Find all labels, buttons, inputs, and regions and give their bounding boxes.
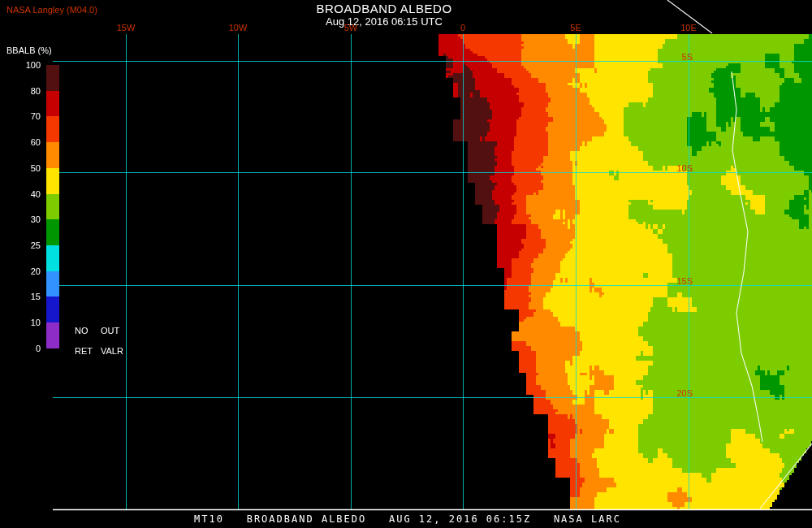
legend-title: BBALB (%) (6, 45, 52, 55)
lon-label-5E: 5E (558, 23, 594, 32)
legend-color-seg-5 (46, 194, 59, 220)
lat-label-20S: 20S (660, 388, 693, 398)
legend-color-seg-3 (46, 142, 59, 168)
map-overlay (0, 0, 812, 528)
lat-label-5S: 5S (660, 52, 693, 62)
legend-color-seg-9 (46, 296, 59, 322)
legend-color-seg-1 (46, 91, 59, 117)
legend-tick-70: 70 (0, 111, 41, 121)
flag-valr: VALR (101, 346, 123, 356)
legend-tick-50: 50 (0, 163, 41, 173)
lon-label-0: 0 (445, 23, 481, 32)
legend-tick-100: 100 (0, 60, 41, 70)
legend-tick-30: 30 (0, 214, 41, 224)
flag-out: OUT (101, 326, 123, 335)
lon-label-10W: 10W (220, 23, 256, 32)
legend-color-seg-0 (46, 65, 59, 91)
flag-col-out-valr: OUT VALR (101, 326, 123, 356)
flag-ret: RET (75, 346, 93, 356)
legend-tick-15: 15 (0, 292, 41, 301)
legend-tick-0: 0 (0, 344, 41, 353)
flag-col-no-ret: NO RET (75, 326, 93, 356)
swath-edge-line (760, 444, 812, 509)
legend-color-seg-8 (46, 271, 59, 297)
legend-tick-60: 60 (0, 137, 41, 147)
legend-color-seg-2 (46, 116, 59, 142)
plot-title: BROADBAND ALBEDO (316, 2, 451, 15)
agency-label: NASA Langley (M04.0) (6, 5, 97, 15)
screen: NASA Langley (M04.0) BROADBAND ALBEDO Au… (0, 0, 812, 528)
legend-color-seg-10 (46, 322, 59, 348)
lon-label-5W: 5W (333, 23, 369, 32)
lat-label-15S: 15S (660, 276, 693, 286)
legend-flag-labels: NO RET OUT VALR (75, 326, 123, 356)
coastline (732, 71, 762, 442)
legend-color-seg-7 (46, 245, 59, 271)
lon-label-15W: 15W (108, 23, 144, 32)
legend-color-seg-6 (46, 219, 59, 245)
legend-tick-40: 40 (0, 189, 41, 199)
legend-tick-25: 25 (0, 240, 41, 250)
legend-color-seg-4 (46, 168, 59, 194)
legend-tick-80: 80 (0, 86, 41, 96)
lat-label-10S: 10S (660, 163, 693, 173)
legend-tick-20: 20 (0, 266, 41, 276)
flag-no: NO (75, 326, 93, 335)
footer-caption: MT10 BROADBAND ALBEDO AUG 12, 2016 06:15… (194, 513, 621, 525)
lon-label-10E: 10E (671, 23, 706, 32)
legend-tick-10: 10 (0, 318, 41, 327)
